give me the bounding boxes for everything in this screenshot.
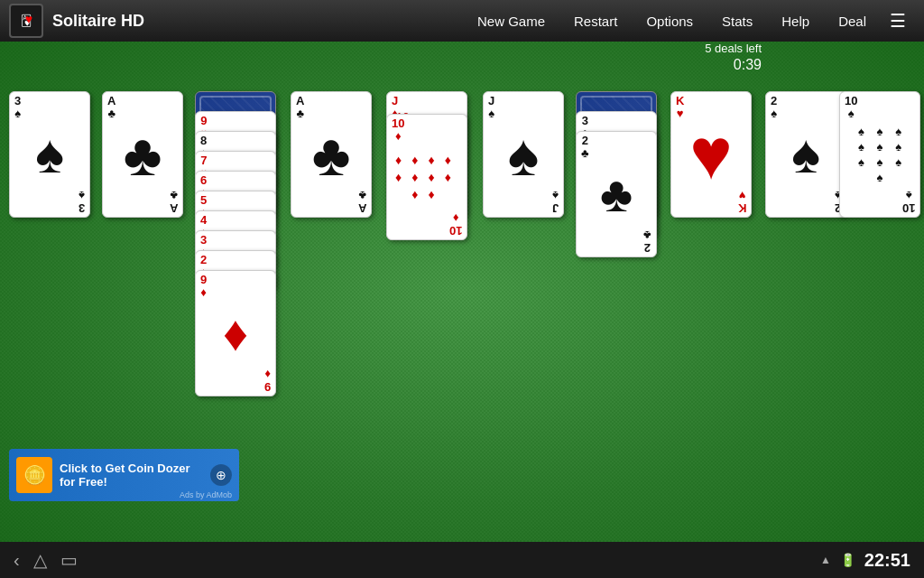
card-10-diamonds[interactable]: 10♦ ♦♦♦♦ ♦♦♦♦ ♦♦ 10♦ [386, 114, 467, 240]
card-ace-clubs[interactable]: A♣ ♣ A♣ [102, 91, 183, 218]
card-3-spades[interactable]: 3♠ ♠ 3♠ [9, 91, 90, 218]
card-king-hearts[interactable]: K♥ ♥ K♥ [670, 91, 752, 218]
status-bar: ‹ △ ▭ ▲ 🔋 22:51 [0, 542, 924, 578]
restart-button[interactable]: Restart [559, 8, 632, 34]
card-10-spades[interactable]: 10♠ ♠♠♠ ♠♠♠ ♠♠♠ ♠ 10♠ [839, 91, 920, 218]
card-jack-spades[interactable]: J♠ ♠ J♠ [483, 91, 564, 218]
app-icon: 🂱 ♥ [9, 4, 43, 38]
deal-button[interactable]: Deal [824, 8, 881, 34]
new-game-button[interactable]: New Game [463, 8, 559, 34]
wifi-icon: ▲ [820, 554, 831, 566]
ad-text: Click to Get Coin Dozer for Free! [60, 461, 203, 489]
status-right: ▲ 🔋 22:51 [820, 550, 910, 571]
menu-icon[interactable]: ☰ [881, 5, 915, 37]
app-title: Solitaire HD [52, 12, 463, 31]
stats-button[interactable]: Stats [707, 8, 767, 34]
game-timer: 0:39 [705, 57, 762, 73]
header: 🂱 ♥ Solitaire HD New Game Restart Option… [0, 0, 924, 42]
help-button[interactable]: Help [767, 8, 824, 34]
deals-left: 5 deals left 0:39 [705, 42, 762, 73]
ad-title: Click to Get Coin Dozer for Free! [60, 461, 203, 489]
ad-banner[interactable]: 🪙 Click to Get Coin Dozer for Free! ⊕ Ad… [9, 449, 239, 501]
options-button[interactable]: Options [632, 8, 707, 34]
card-ace-clubs-2[interactable]: A♣ ♣ A♣ [291, 91, 372, 218]
battery-icon: 🔋 [840, 553, 855, 567]
game-area[interactable]: 3♠ ♠ 3♠ A♣ ♣ A♣ 9♥ 8♠ 7♥ 6♦ 5♦ 4♦ [0, 42, 924, 542]
clock: 22:51 [864, 550, 910, 571]
deals-left-text: 5 deals left [705, 42, 762, 55]
card-2-spades[interactable]: 2♠ ♠ 2♠ [765, 91, 846, 218]
home-button[interactable]: △ [33, 549, 47, 571]
recent-button[interactable]: ▭ [60, 549, 78, 571]
card-2-clubs[interactable]: 2♣ ♣ 2♣ [576, 131, 657, 257]
ad-label: Ads by AdMob [180, 490, 232, 499]
ad-image: 🪙 [16, 457, 52, 493]
back-button[interactable]: ‹ [14, 550, 20, 571]
stack-card-8[interactable]: 9♦ ♦9♦ [195, 270, 276, 396]
nav-buttons: New Game Restart Options Stats Help Deal… [463, 5, 915, 37]
ad-close-button[interactable]: ⊕ [210, 464, 232, 486]
